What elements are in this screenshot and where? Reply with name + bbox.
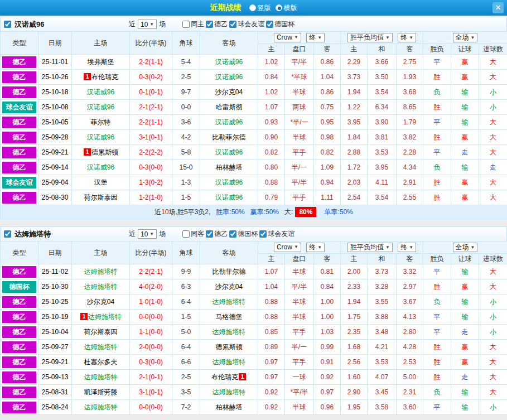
layout-radio-horizontal[interactable]: 横版 [276,3,297,13]
europe-final-select[interactable]: 终▼ [398,33,416,42]
close-icon[interactable]: ✕ [492,2,504,13]
asian-away-odds: 0.98 [314,130,341,145]
filter-同主[interactable]: 同主 [182,20,204,29]
away-team: 沙尔克04 [200,279,258,295]
home-team: 1德累斯顿 [72,145,130,160]
away-team: 比勒菲尔德 [200,130,258,145]
result-handicap: 输 [451,385,479,400]
recent-count-select[interactable]: 10 ▼ [138,20,157,29]
asian-final-select[interactable]: 终▼ [306,33,325,42]
handicap: 半/一 [285,340,314,355]
wdl-average-select[interactable]: 胜平负均值▼ [347,33,393,42]
team-name-text: 哈雷斯彻 [216,103,243,111]
result-handicap: 输 [451,310,479,325]
asian-away-odds: 0.84 [314,279,341,295]
team-name-text: 柏林赫塔 [216,403,243,411]
result-handicap: 走 [451,370,479,385]
filter-checkbox[interactable] [259,230,267,238]
filter-checkbox[interactable] [182,230,190,238]
corner: 6-6 [172,355,200,370]
recent-count-value: 10 [141,21,148,28]
euro-home-odds: 1.60 [341,370,368,385]
match-date: 25-09-13 [38,370,72,385]
corner: 1-3 [172,175,200,190]
filter-德乙[interactable]: 德乙 [206,229,228,239]
euro-draw-odds: 3.54 [368,85,397,100]
asian-away-odds: 0.82 [314,145,341,160]
asian-home-odds: 0.85 [258,325,285,340]
filter-checkbox[interactable] [229,230,236,238]
result-header: 全场▼ [423,32,507,44]
bookmaker-select[interactable]: Crow▼ [274,243,301,252]
match-date: 25-09-14 [38,160,72,175]
asian-home-odds: 0.84 [258,70,285,85]
away-team: 柏林赫塔 [200,400,258,415]
europe-final-select[interactable]: 终▼ [398,243,416,252]
full-match-select[interactable]: 全场▼ [453,33,478,42]
team-checkbox[interactable] [4,21,11,28]
radio-icon[interactable] [276,4,282,11]
avg-value: 胜平负均值 [350,33,384,42]
wdl-average-select[interactable]: 胜平负均值▼ [347,243,393,252]
handicap: 半球 [285,130,314,145]
result-goals: 大 [479,145,507,160]
section-header: 汉诺威96 近 10 ▼ 场 同主德乙球会友谊德国杯 [0,17,507,31]
match-date: 25-10-05 [38,115,72,130]
col-date: 日期 [38,32,72,55]
recent-count-select[interactable]: 10 ▼ [138,229,157,239]
match-row: 德乙25-10-191达姆施塔特0-0(0-0)1-5马格德堡0.88半球1.0… [1,310,507,325]
match-row: 德乙25-09-14汉诺威960-3(0-0)15-0柏林赫塔0.80半/一1.… [1,160,507,175]
result-handicap: 输 [451,264,479,279]
asian-home-odds: 0.93 [258,115,285,130]
away-team: 汉诺威96 [200,145,258,160]
euro-away-odds: 2.31 [397,385,423,400]
league-badge: 德乙 [2,266,36,278]
filter-德乙[interactable]: 德乙 [206,20,228,29]
result-wdl: 平 [423,400,451,415]
euro-away-odds: 3.82 [397,130,423,145]
home-team: 达姆施塔特 [72,370,130,385]
handicap: 平手 [285,355,314,370]
euro-draw-odds: 6.34 [368,100,397,115]
col-asian-away: 客 [314,254,341,264]
asian-away-odds: 0.92 [314,370,341,385]
asian-final-select[interactable]: 终▼ [306,243,325,252]
match-date: 25-10-25 [38,295,72,310]
team-checkbox[interactable] [4,230,11,238]
layout-radio-vertical[interactable]: 竖版 [249,3,271,13]
full-match-select[interactable]: 全场▼ [453,243,478,252]
matches-table: 类型 日期 主场 比分(半场) 角球 客场 Crow▼ 终▼ 胜平负均值▼ 终▼… [0,241,507,415]
filter-德国杯[interactable]: 德国杯 [229,229,258,239]
league-cell: 德乙 [1,264,38,279]
final-value: 终 [309,33,316,42]
bookmaker-value: Crow [277,243,292,251]
result-wdl: 胜 [423,70,451,85]
euro-away-odds: 2.91 [397,175,423,190]
filter-checkbox[interactable] [266,21,273,28]
chevron-down-icon: ▼ [409,245,413,250]
summary-text: 近10场,胜5平3负2,胜率:50%赢率:50%大:80%单率:50% [1,205,507,219]
col-euro-draw: 和 [368,44,397,55]
filter-球会友谊[interactable]: 球会友谊 [229,20,264,29]
bookmaker-select[interactable]: Crow▼ [274,33,301,42]
filter-球会友谊[interactable]: 球会友谊 [259,229,294,239]
filter-checkbox[interactable] [229,21,236,28]
league-cell: 德乙 [1,310,38,325]
chevron-down-icon: ▼ [294,245,298,249]
filter-checkbox[interactable] [182,21,190,28]
filter-德国杯[interactable]: 德国杯 [266,20,294,29]
col-type: 类型 [1,242,38,264]
chevron-down-icon: ▼ [385,245,390,250]
team-name-text: 达姆施塔特 [84,343,118,351]
filter-同客[interactable]: 同客 [182,229,204,239]
league-badge: 德乙 [2,162,36,173]
league-badge: 德乙 [2,132,36,143]
result-wdl: 平 [423,115,451,130]
euro-draw-odds: 3.55 [368,295,397,310]
filter-checkbox[interactable] [206,230,213,238]
league-badge: 德乙 [2,402,36,413]
filter-checkbox[interactable] [206,21,213,28]
match-row: 德乙25-11-01埃弗斯堡2-2(1-1)5-4汉诺威961.02平/半0.8… [1,55,507,70]
radio-icon[interactable] [249,4,256,11]
result-goals: 大 [479,370,507,385]
